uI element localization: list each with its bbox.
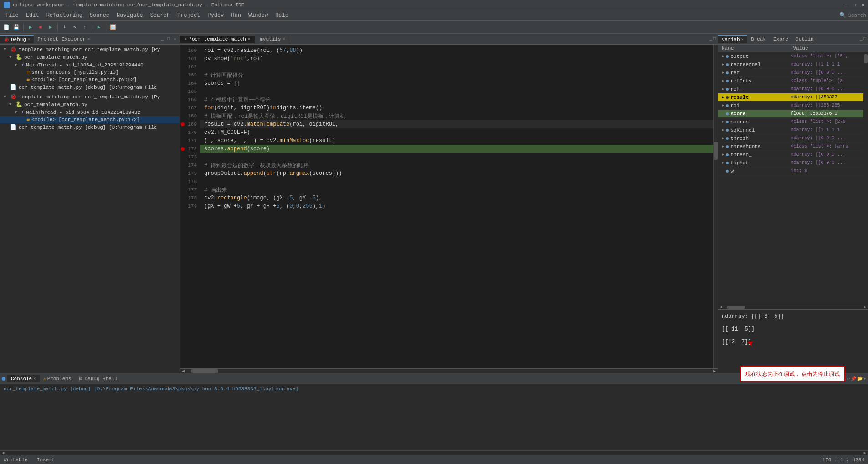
scroll-left-icon[interactable]: ◀ [180, 368, 186, 373]
tree-expand-arrow[interactable]: ▼ [4, 95, 8, 99]
menu-navigate[interactable]: Navigate [113, 11, 147, 20]
minimize-button[interactable]: — [844, 2, 847, 8]
right-hscrollbar[interactable]: ◀ ▶ [718, 305, 868, 309]
var-row-output[interactable]: ▶output <class 'list'>: ['5', [718, 52, 863, 61]
tab-break[interactable]: Break [747, 36, 770, 43]
editor-vscroll-thumb[interactable] [714, 142, 718, 160]
editor-hscrollbar[interactable]: ◀ ▶ [180, 368, 718, 373]
tree-item-py1[interactable]: ▼ 🐍 ocr_template_match.py [0, 53, 180, 61]
tree-item-debug2[interactable]: ▼ 🐞 template-matching-ocr ocr_template_m… [0, 93, 180, 101]
var-row-thresh_[interactable]: ▶thresh_ ndarray: [[0 0 0 ... [718, 151, 863, 159]
right-hscroll-thumb[interactable] [727, 306, 745, 309]
right-scroll-thumb[interactable] [864, 54, 868, 63]
var-row-refCnts[interactable]: ▶refCnts <class 'tuple'>: (a [718, 77, 863, 85]
console-scroll-right[interactable]: ▶ [864, 450, 866, 455]
tab-debug[interactable]: 🐞 Debug ✕ [0, 35, 34, 43]
tab-project-explorer[interactable]: Project Explorer ✕ [34, 36, 93, 43]
menu-edit[interactable]: Edit [22, 11, 43, 20]
tree-expand-arrow[interactable]: ▼ [4, 47, 8, 52]
maximize-panel-icon[interactable]: □ [166, 36, 171, 42]
view-menu-bottom-icon[interactable]: ▾ [863, 376, 866, 382]
var-row-roi[interactable]: ▶roi ndarray: [[255 255 [718, 102, 863, 110]
tab-problems[interactable]: ⚠ Problems [40, 375, 75, 382]
var-row-score[interactable]: ▶score float: 35832376.0 [718, 110, 863, 118]
menu-pydev[interactable]: Pydev [204, 11, 227, 20]
console-hscrollbar[interactable]: ◀ ▶ [0, 450, 868, 455]
editor-hscroll-thumb[interactable] [191, 369, 218, 373]
var-row-scores[interactable]: ▶scores <class 'list'>: [276 [718, 118, 863, 126]
var-row-rectKernel[interactable]: ▶rectKernel ndarray: [[1 1 1 1 [718, 61, 863, 69]
var-row-result[interactable]: ▶result ndarray: [[358323 [718, 93, 863, 102]
console-tab-close[interactable]: ✕ [33, 376, 36, 381]
var-row-tophat[interactable]: ▶tophat ndarray: [[0 0 0 ... [718, 159, 863, 167]
pin-console-icon[interactable]: 📌 [851, 376, 856, 382]
minimize-editor-icon[interactable]: _ [709, 36, 712, 41]
var-row-ref_[interactable]: ▶ref_ ndarray: [[0 0 0 ... [718, 85, 863, 93]
tab-close-myutils[interactable]: ✕ [282, 36, 285, 41]
maximize-button[interactable]: ☐ [853, 2, 856, 8]
maximize-right-icon[interactable]: □ [863, 36, 866, 41]
tab-outline[interactable]: Outlin [792, 36, 817, 43]
tab-close-ocr[interactable]: ✕ [248, 36, 250, 41]
tree-item-debug1[interactable]: ▼ 🐞 template-matching-ocr ocr_template_m… [0, 46, 180, 53]
tree-icon-debug2: 🐞 [10, 93, 17, 100]
toolbar-step-over[interactable]: ↷ [70, 23, 79, 32]
tree-item-py2[interactable]: ▼ 🐍 ocr_template_match.py [0, 101, 180, 108]
menu-help[interactable]: Help [272, 11, 292, 20]
menu-source[interactable]: Source [86, 11, 113, 20]
var-row-ref[interactable]: ▶ref ndarray: [[0 0 0 ... [718, 69, 863, 77]
tree-item-thread1[interactable]: ▼ ⚡ MainThread - pid_18864_id_2395191294… [0, 61, 180, 69]
project-explorer-tab-close[interactable]: ✕ [87, 36, 90, 41]
console-scroll-left[interactable]: ◀ [2, 450, 4, 455]
menu-window[interactable]: Window [245, 11, 272, 20]
var-table-scroll[interactable]: ▶output <class 'list'>: ['5', ▶rectKerne… [718, 52, 863, 305]
toolbar-save[interactable]: 💾 [12, 23, 21, 32]
tab-ocr-template-match[interactable]: ✦ *ocr_template_match ✕ [180, 36, 255, 43]
open-console-icon[interactable]: 📂 [857, 376, 863, 382]
minimize-right-icon[interactable]: _ [860, 36, 863, 41]
tree-item-stack1[interactable]: ≡ sort_contours [myutils.py:13] [0, 69, 180, 76]
menu-refactoring[interactable]: Refactoring [43, 11, 86, 20]
word-wrap-icon[interactable]: ↩ [847, 376, 850, 382]
tree-item-stack2[interactable]: ≡ <module> [ocr_template_match.py:52] [0, 76, 180, 83]
tree-item-debug-file1[interactable]: 📄 ocr_template_match.py [debug] [D:\Prog… [0, 83, 180, 91]
debug-tab-close[interactable]: ✕ [28, 37, 30, 42]
scroll-right-icon[interactable]: ▶ [711, 368, 718, 373]
minimize-panel-icon[interactable]: _ [159, 36, 165, 42]
menu-file[interactable]: File [2, 11, 22, 20]
toolbar-perspective[interactable]: 🪟 [108, 23, 118, 32]
tab-variables[interactable]: Variab ✕ [718, 35, 747, 43]
toolbar-stop[interactable]: ■ [36, 23, 45, 32]
tab-debug-shell[interactable]: 🖥 Debug Shell [75, 375, 121, 382]
toolbar-new[interactable]: 📄 [2, 23, 11, 32]
tab-console[interactable]: Console ✕ [7, 375, 40, 382]
tree-item-thread2[interactable]: ▼ ⚡ MainThread - pid_9684_id_18422141894… [0, 108, 180, 116]
toolbar-step-return[interactable]: ↑ [80, 23, 89, 32]
tree-item-stack3[interactable]: ≡ <module> [ocr_template_match.py:172] [0, 116, 180, 123]
tree-item-debug-file2[interactable]: 📄 ocr_template_match.py [debug] [D:\Prog… [0, 123, 180, 131]
right-vscrollbar[interactable] [863, 52, 868, 305]
toolbar-step-into[interactable]: ⬇ [60, 23, 69, 32]
variables-tab-close[interactable]: ✕ [741, 37, 744, 42]
var-row-threshCnts[interactable]: ▶threshCnts <class 'list'>: [arra [718, 143, 863, 151]
toolbar-debug[interactable]: ▶ [26, 23, 35, 32]
close-button[interactable]: ✕ [861, 2, 864, 8]
code-area[interactable]: roi = cv2.resize(roi, (57, 88)) cv_show(… [200, 45, 713, 368]
var-row-w[interactable]: ▶w int: 8 [718, 167, 863, 175]
var-row-thresh[interactable]: ▶thresh ndarray: [[0 0 0 ... [718, 134, 863, 143]
editor-vscrollbar[interactable] [713, 45, 718, 368]
menu-run[interactable]: Run [227, 11, 245, 20]
menu-project[interactable]: Project [174, 11, 204, 20]
tab-expressions[interactable]: Expre [770, 36, 792, 43]
toolbar-run[interactable]: ▶ [94, 23, 103, 32]
menu-search[interactable]: Search [147, 11, 174, 20]
tree-expand-arrow[interactable]: ▼ [15, 110, 19, 115]
maximize-editor-icon[interactable]: □ [713, 36, 716, 41]
view-menu-icon[interactable]: ▾ [172, 36, 178, 42]
var-row-sqKernel[interactable]: ▶sqKernel ndarray: [[1 1 1 1 [718, 126, 863, 134]
tree-expand-arrow[interactable]: ▼ [9, 102, 14, 107]
toolbar-resume[interactable]: ▶ [46, 23, 55, 32]
tree-expand-arrow[interactable]: ▼ [15, 63, 19, 67]
tab-myutils[interactable]: myutils ✕ [255, 36, 290, 43]
tree-expand-arrow[interactable]: ▼ [9, 55, 14, 60]
